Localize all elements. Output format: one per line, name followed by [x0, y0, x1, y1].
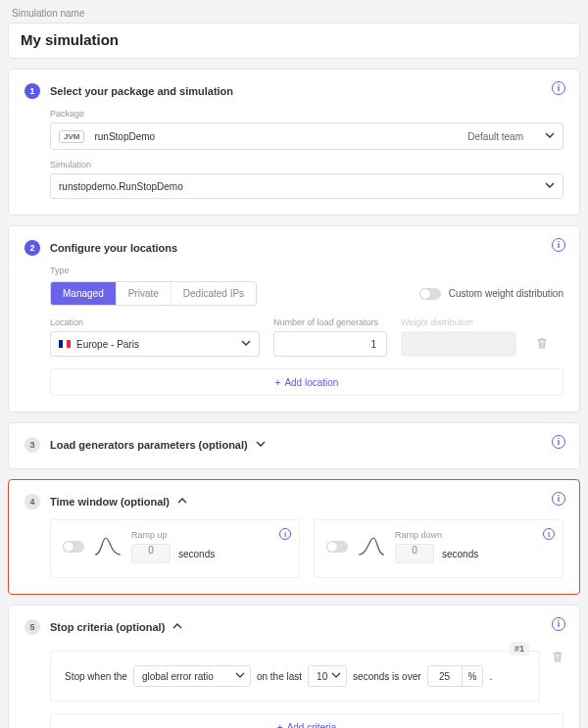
add-criteria-button[interactable]: + Add criteria: [50, 713, 564, 728]
plus-icon: +: [275, 377, 281, 388]
location-label: Location: [50, 317, 260, 327]
package-label: Package: [50, 109, 564, 119]
criteria-badge: #1: [510, 642, 529, 655]
step3-card: i 3 Load generators parameters (optional…: [8, 422, 580, 469]
info-icon[interactable]: i: [552, 435, 565, 449]
step5-title: Stop criteria (optional): [50, 621, 165, 633]
metric-select[interactable]: global error ratio: [133, 665, 251, 687]
info-icon[interactable]: i: [552, 238, 565, 252]
threshold-unit: %: [462, 666, 483, 686]
step3-title: Load generators parameters (optional): [50, 439, 248, 451]
step2-title: Configure your locations: [50, 242, 177, 254]
step5-header[interactable]: 5 Stop criteria (optional): [24, 619, 564, 635]
simulation-select[interactable]: runstopdemo.RunStopDemo: [50, 173, 564, 199]
info-icon[interactable]: i: [279, 528, 291, 540]
chevron-up-icon: [177, 496, 187, 508]
package-name: runStopDemo: [94, 131, 467, 142]
simulation-label: Simulation: [50, 160, 564, 170]
step5-badge: 5: [24, 619, 40, 635]
threshold-input[interactable]: 25 %: [427, 665, 484, 687]
location-value: Europe - Paris: [76, 339, 139, 350]
ramp-down-box: i Ramp down 0 seconds: [314, 519, 564, 578]
info-icon[interactable]: i: [552, 81, 565, 95]
ramp-up-toggle[interactable]: [63, 541, 84, 553]
sentence-dot: .: [489, 671, 492, 682]
chevron-down-icon: [256, 439, 266, 451]
trash-icon[interactable]: [552, 651, 564, 666]
step1-card: i 1 Select your package and simulation P…: [8, 69, 580, 216]
type-label: Type: [50, 266, 564, 275]
custom-weight-row: Custom weight distribution: [419, 288, 564, 300]
step4-header[interactable]: 4 Time window (optional): [24, 494, 564, 510]
step2-header: 2 Configure your locations: [24, 240, 564, 256]
ramp-up-input[interactable]: 0: [131, 544, 171, 563]
step3-header[interactable]: 3 Load generators parameters (optional): [24, 437, 564, 453]
ramp-down-curve-icon: [358, 536, 385, 558]
ramp-up-curve-icon: [94, 536, 122, 558]
step4-badge: 4: [24, 494, 40, 510]
tab-managed[interactable]: Managed: [51, 282, 117, 305]
page-label: Simulation name: [8, 6, 580, 23]
step1-badge: 1: [24, 83, 40, 99]
location-type-tabs: Managed Private Dedicated IPs: [50, 281, 257, 306]
ramp-down-label: Ramp down: [395, 530, 478, 540]
step4-card: i 4 Time window (optional) i Ramp up 0 s…: [8, 479, 580, 595]
custom-weight-label: Custom weight distribution: [449, 288, 564, 299]
simulation-value: runstopdemo.RunStopDemo: [59, 181, 183, 192]
step1-title: Select your package and simulation: [50, 85, 233, 97]
metric-value: global error ratio: [142, 671, 214, 682]
location-select[interactable]: Europe - Paris: [50, 331, 260, 357]
add-criteria-label: Add criteria: [287, 722, 337, 729]
tab-dedicated[interactable]: Dedicated IPs: [172, 282, 256, 305]
on-last-text: on the last: [257, 671, 302, 682]
chevron-up-icon: [172, 621, 182, 633]
custom-weight-toggle[interactable]: [419, 288, 441, 300]
generators-label: Number of load generators: [273, 317, 387, 327]
add-location-label: Add location: [284, 377, 338, 388]
chevron-down-icon: [545, 180, 555, 192]
step2-badge: 2: [24, 240, 40, 256]
trash-icon[interactable]: [536, 337, 548, 353]
generators-input[interactable]: 1: [273, 331, 387, 357]
info-icon[interactable]: i: [543, 528, 555, 540]
chevron-down-icon: [241, 338, 251, 350]
weight-dist-disabled: [401, 331, 516, 357]
seconds-over-text: seconds is over: [353, 671, 420, 682]
generators-value: 1: [370, 339, 376, 350]
jvm-tag: JVM: [59, 130, 84, 143]
package-select[interactable]: JVM runStopDemo Default team: [50, 122, 564, 150]
add-location-button[interactable]: + Add location: [50, 368, 564, 396]
ramp-down-input[interactable]: 0: [395, 544, 434, 563]
tab-private[interactable]: Private: [117, 282, 172, 305]
chevron-down-icon: [545, 130, 555, 142]
step3-badge: 3: [24, 437, 40, 453]
ramp-up-unit: seconds: [178, 549, 215, 559]
ramp-down-unit: seconds: [442, 549, 478, 559]
info-icon[interactable]: i: [552, 617, 565, 631]
weight-dist-label: Weight distribution: [401, 317, 516, 327]
chevron-down-icon: [235, 670, 245, 682]
step1-header: 1 Select your package and simulation: [24, 83, 564, 99]
stop-criteria-box: #1 Stop when the global error ratio on t…: [50, 651, 540, 702]
stop-when-text: Stop when the: [65, 671, 127, 682]
page-title: My simulation: [21, 31, 567, 48]
chevron-down-icon: [331, 670, 341, 682]
flag-france-icon: [59, 340, 71, 348]
step5-card: i 5 Stop criteria (optional) #1 Stop whe…: [8, 605, 580, 728]
ramp-down-toggle[interactable]: [326, 541, 348, 553]
ramp-up-label: Ramp up: [131, 530, 215, 540]
last-seconds-value: 10: [317, 671, 327, 682]
package-team: Default team: [467, 131, 523, 142]
plus-icon: +: [277, 722, 283, 729]
ramp-up-box: i Ramp up 0 seconds: [50, 519, 300, 578]
threshold-value: 25: [428, 671, 462, 682]
step2-card: i 2 Configure your locations Type Manage…: [8, 225, 580, 413]
title-card: My simulation: [8, 23, 580, 59]
last-seconds-select[interactable]: 10: [308, 665, 347, 687]
step4-title: Time window (optional): [50, 496, 170, 508]
info-icon[interactable]: i: [552, 492, 565, 506]
